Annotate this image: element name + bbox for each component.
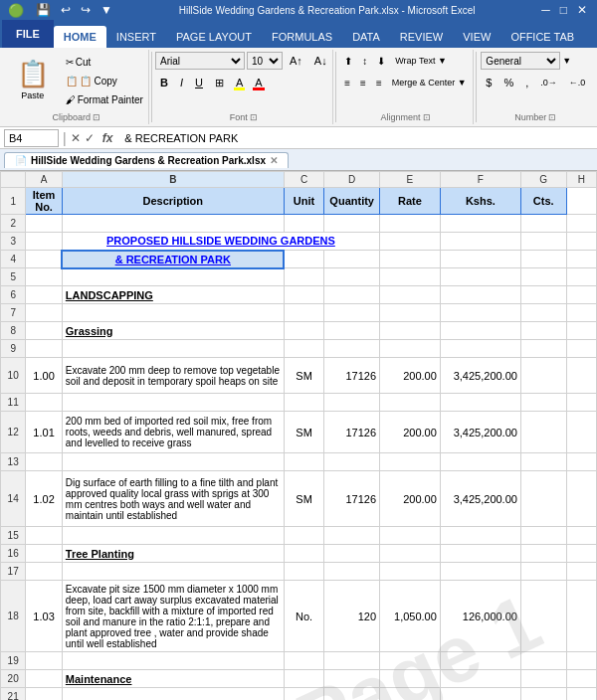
cell-g19[interactable] <box>520 652 566 670</box>
cell-a5[interactable] <box>26 268 62 286</box>
cell-a18[interactable]: 1.03 <box>26 581 62 652</box>
cell-c4[interactable] <box>284 251 324 268</box>
cell-b3[interactable]: PROPOSED HILLSIDE WEDDING GARDENS <box>62 233 379 251</box>
cell-c20[interactable] <box>284 670 324 688</box>
cell-d1[interactable]: Quantity <box>324 188 380 215</box>
cell-b4[interactable]: & RECREATION PARK <box>62 251 284 268</box>
col-header-g[interactable]: G <box>520 172 566 188</box>
cell-b17[interactable] <box>62 563 284 581</box>
align-left-btn[interactable]: ≡ <box>340 74 354 91</box>
cell-c19[interactable] <box>284 652 324 670</box>
customize-quick-btn[interactable]: ▼ <box>99 3 114 17</box>
cell-a3[interactable] <box>26 233 62 251</box>
format-painter-button[interactable]: 🖌 Format Painter <box>62 91 147 109</box>
cell-f2[interactable] <box>440 215 520 233</box>
font-size-select[interactable]: 10 <box>247 52 283 70</box>
col-header-b[interactable]: B <box>62 172 284 188</box>
cell-c18[interactable]: No. <box>284 581 324 652</box>
cell-g17[interactable] <box>520 563 566 581</box>
copy-button[interactable]: 📋 📋 Copy <box>62 73 147 90</box>
cell-f13[interactable] <box>440 453 520 471</box>
cell-g16[interactable] <box>520 545 566 563</box>
cell-g8[interactable] <box>520 322 566 340</box>
cell-b12[interactable]: 200 mm bed of imported red soil mix, fre… <box>62 412 284 453</box>
cell-g7[interactable] <box>520 304 566 322</box>
cell-g11[interactable] <box>520 394 566 412</box>
col-header-f[interactable]: F <box>440 172 520 188</box>
number-expand-icon2[interactable]: ⊡ <box>548 112 556 122</box>
cell-d14[interactable]: 17126 <box>324 471 380 527</box>
cell-e7[interactable] <box>380 304 441 322</box>
borders-button[interactable]: ⊞ <box>210 74 229 91</box>
cell-d7[interactable] <box>324 304 380 322</box>
cell-b5[interactable] <box>62 268 284 286</box>
cell-b1[interactable]: Description <box>62 188 284 215</box>
cell-g6[interactable] <box>520 286 566 304</box>
cell-d21[interactable] <box>324 688 380 701</box>
decrease-decimal-btn[interactable]: ←.0 <box>564 74 591 91</box>
cell-b15[interactable] <box>62 527 284 545</box>
cell-c9[interactable] <box>284 340 324 358</box>
maximize-btn[interactable]: □ <box>558 3 569 17</box>
cell-e14[interactable]: 200.00 <box>380 471 441 527</box>
cell-g3[interactable] <box>520 233 566 251</box>
font-name-select[interactable]: Arial <box>155 52 245 70</box>
cell-b8[interactable]: Grassing <box>62 322 284 340</box>
cell-c11[interactable] <box>284 394 324 412</box>
cell-b11[interactable] <box>62 394 284 412</box>
cell-b14[interactable]: Dig surface of earth filling to a fine t… <box>62 471 284 527</box>
cell-c13[interactable] <box>284 453 324 471</box>
comma-button[interactable]: , <box>520 74 533 91</box>
cell-c8[interactable] <box>284 322 324 340</box>
cell-a9[interactable] <box>26 340 62 358</box>
cell-e3[interactable] <box>380 233 441 251</box>
confirm-formula-icon[interactable]: ✓ <box>85 131 95 145</box>
cell-a13[interactable] <box>26 453 62 471</box>
cell-f7[interactable] <box>440 304 520 322</box>
cell-f21[interactable] <box>440 688 520 701</box>
cell-e11[interactable] <box>380 394 441 412</box>
undo-quick-btn[interactable]: ↩ <box>59 3 73 17</box>
cell-b16[interactable]: Tree Planting <box>62 545 284 563</box>
redo-quick-btn[interactable]: ↪ <box>79 3 93 17</box>
cell-f14[interactable]: 3,425,200.00 <box>440 471 520 527</box>
cell-f11[interactable] <box>440 394 520 412</box>
number-expand-icon[interactable]: ▼ <box>562 56 571 66</box>
cell-e21[interactable] <box>380 688 441 701</box>
cell-f17[interactable] <box>440 563 520 581</box>
font-expand-icon[interactable]: ⊡ <box>250 112 258 122</box>
currency-button[interactable]: $ <box>481 74 497 91</box>
cell-b20[interactable]: Maintenance <box>62 670 284 688</box>
cell-e8[interactable] <box>380 322 441 340</box>
cell-e13[interactable] <box>380 453 441 471</box>
paste-button[interactable]: 📋 Paste <box>10 54 56 108</box>
cell-g13[interactable] <box>520 453 566 471</box>
align-top-btn[interactable]: ⬆ <box>340 52 356 70</box>
cell-g14[interactable] <box>520 471 566 527</box>
tab-home[interactable]: HOME <box>54 26 106 48</box>
sheet-tab-close-btn[interactable]: ✕ <box>270 155 278 166</box>
tab-file[interactable]: FILE <box>2 20 54 48</box>
cell-d6[interactable] <box>324 286 380 304</box>
cell-f19[interactable] <box>440 652 520 670</box>
cell-f8[interactable] <box>440 322 520 340</box>
cell-a8[interactable] <box>26 322 62 340</box>
cell-c16[interactable] <box>284 545 324 563</box>
cell-g15[interactable] <box>520 527 566 545</box>
align-right-btn[interactable]: ≡ <box>372 74 386 91</box>
cell-b9[interactable] <box>62 340 284 358</box>
cell-a4[interactable] <box>26 251 62 268</box>
close-btn[interactable]: ✕ <box>575 3 589 17</box>
cell-c12[interactable]: SM <box>284 412 324 453</box>
cell-e17[interactable] <box>380 563 441 581</box>
cell-b6[interactable]: LANDSCAPPING <box>62 286 284 304</box>
increase-font-btn[interactable]: A↑ <box>285 52 307 70</box>
cell-d2[interactable] <box>324 215 380 233</box>
cell-a14[interactable]: 1.02 <box>26 471 62 527</box>
cell-g21[interactable] <box>520 688 566 701</box>
cell-f4[interactable] <box>440 251 520 268</box>
tab-data[interactable]: DATA <box>342 26 390 48</box>
cell-e18[interactable]: 1,050.00 <box>380 581 441 652</box>
cell-g10[interactable] <box>520 358 566 394</box>
cell-d8[interactable] <box>324 322 380 340</box>
